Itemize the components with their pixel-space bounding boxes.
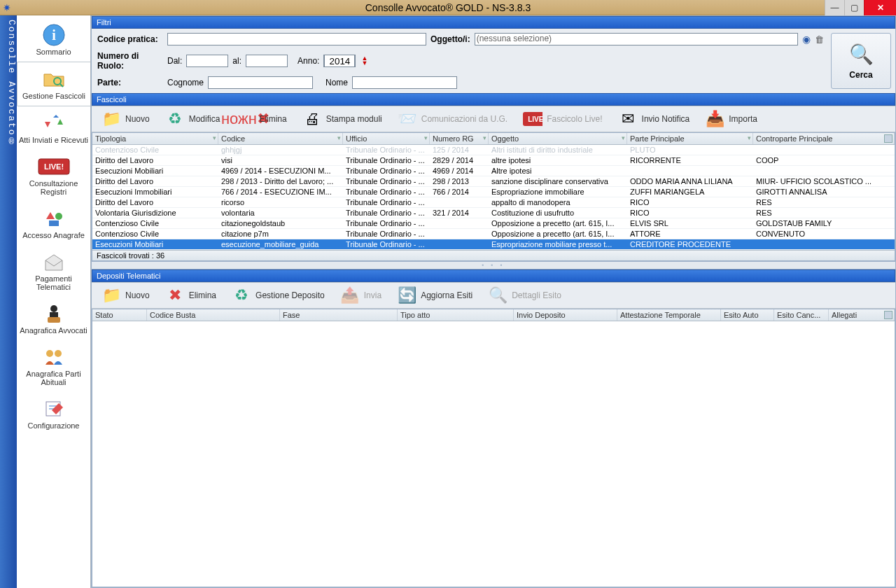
- nav-pagamenti-telematici[interactable]: Pagamenti Telematici: [17, 245, 90, 297]
- dettagli-esito-button: 🔍Dettagli Esito: [481, 284, 568, 307]
- nuovo-deposito-button[interactable]: 📁Nuovo: [94, 284, 157, 307]
- window-minimize-button[interactable]: —: [825, 0, 844, 15]
- gestione-deposito-button[interactable]: ♻Gestione Deposito: [225, 284, 332, 307]
- codice-pratica-label: Codice pratica:: [97, 34, 167, 44]
- oggetto-clear-icon[interactable]: 🗑: [815, 34, 824, 45]
- filter-icon[interactable]: ▾: [622, 134, 625, 141]
- envelope-open-icon: [18, 249, 89, 274]
- anno-stepper-icon[interactable]: ▲▼: [361, 56, 368, 66]
- nav-atti-inviati[interactable]: Atti Inviati e Ricevuti: [17, 106, 90, 150]
- oggetto-field[interactable]: (nessuna selezione): [475, 33, 798, 46]
- stampa-moduli-button[interactable]: 🖨Stampa moduli: [295, 108, 389, 130]
- filter-icon[interactable]: ▾: [337, 134, 341, 141]
- svg-rect-10: [48, 317, 60, 323]
- filter-icon[interactable]: ▾: [748, 134, 751, 141]
- folder-new-icon: 📁: [102, 286, 121, 305]
- col-oggetto[interactable]: Oggetto▾: [489, 133, 627, 144]
- filter-icon[interactable]: ▾: [424, 134, 428, 141]
- filter-icon[interactable]: ▾: [483, 134, 486, 141]
- invia-deposito-button: 📤Invia: [333, 284, 388, 307]
- ruolo-dal-input[interactable]: [186, 55, 228, 67]
- cerca-button[interactable]: 🔍 Cerca: [831, 33, 891, 89]
- elimina-fascicolo-button[interactable]: ножн✖Elimina: [228, 108, 293, 130]
- aggiorna-esiti-button[interactable]: 🔄Aggiorna Esiti: [390, 284, 479, 307]
- anno-input[interactable]: [324, 55, 355, 67]
- window-title: Consolle Avvocato® GOLD - NS-3.8.3: [0, 2, 896, 13]
- svg-point-6: [55, 213, 62, 220]
- table-row[interactable]: Diritto del Lavoro298 / 2013 - Diritto d…: [92, 176, 895, 187]
- fascicoli-thead: Tipologia▾ Codice▾ Ufficio▾ Numero RG▾ O…: [92, 133, 895, 145]
- people-icon: [18, 344, 89, 370]
- table-row[interactable]: Diritto del LavororicorsoTribunale Ordin…: [92, 197, 895, 208]
- codice-pratica-input[interactable]: [167, 33, 426, 46]
- table-row[interactable]: Esecuzioni Mobiliariesecuzione_mobiliare…: [92, 239, 895, 250]
- col-ufficio[interactable]: Ufficio▾: [343, 133, 430, 144]
- depositi-table: Stato Codice Busta Fase Tipo atto Invio …: [92, 309, 895, 587]
- import-icon: 📥: [705, 109, 724, 129]
- nav-accesso-anagrafe[interactable]: Accesso Anagrafe: [17, 202, 90, 245]
- window-maximize-button[interactable]: ▢: [844, 0, 864, 15]
- elimina-deposito-button[interactable]: ✖Elimina: [158, 284, 223, 307]
- numero-ruolo-label: Numero di Ruolo:: [97, 51, 167, 71]
- refresh-green-icon: ♻: [165, 109, 185, 129]
- detail-icon: 🔍: [488, 286, 507, 305]
- oggetto-browse-icon[interactable]: ◉: [802, 34, 811, 45]
- col-fase[interactable]: Fase: [280, 309, 398, 321]
- filter-icon[interactable]: ▾: [889, 134, 892, 141]
- col-attestazione[interactable]: Attestazione Temporale: [617, 309, 721, 321]
- refresh-green-icon: ♻: [232, 286, 251, 305]
- lawyer-icon: [18, 301, 89, 326]
- cognome-input[interactable]: [208, 76, 313, 89]
- refresh-shapes-icon: 🔄: [397, 286, 416, 305]
- ruolo-al-input[interactable]: [246, 55, 288, 67]
- fascicolo-live-button: LIVE!Fascicolo Live!: [516, 108, 609, 130]
- info-icon: i: [18, 22, 89, 48]
- invio-notifica-button[interactable]: ✉Invio Notifica: [611, 108, 697, 130]
- delete-icon: ножн✖: [235, 109, 255, 129]
- table-row[interactable]: Contenzioso CivilecitazionegoldstaubTrib…: [92, 218, 895, 229]
- col-allegati[interactable]: Allegati: [829, 309, 895, 321]
- nome-input[interactable]: [352, 76, 457, 89]
- svg-point-12: [55, 350, 62, 357]
- printer-icon: 🖨: [302, 109, 322, 129]
- nav-consultazione-registri[interactable]: LIVE! Consultazione Registri: [17, 150, 90, 202]
- fascicoli-tbody[interactable]: Contenzioso CivileghhjgjTribunale Ordina…: [92, 145, 895, 250]
- nuovo-fascicolo-button[interactable]: 📁Nuovo: [94, 108, 157, 130]
- oggetto-label: Oggetto/i:: [430, 34, 470, 44]
- table-row[interactable]: Contenzioso Civilecitazione p7mTribunale…: [92, 229, 895, 239]
- envelope-star-icon: ✉: [618, 109, 638, 129]
- col-esito-canc[interactable]: Esito Canc...: [774, 309, 829, 321]
- modifica-fascicolo-button[interactable]: ♻Modifica: [158, 108, 227, 130]
- table-row[interactable]: Volontaria GiurisdizionevolontariaTribun…: [92, 208, 895, 218]
- table-row[interactable]: Diritto del LavorovisiTribunale Ordinari…: [92, 155, 895, 166]
- nav-configurazione[interactable]: Configurazione: [17, 392, 90, 435]
- col-controparte[interactable]: Controparte Principale▾: [753, 133, 895, 144]
- send-icon: 📤: [340, 286, 360, 305]
- nav-anagrafica-avvocati[interactable]: Anagrafica Avvocati: [17, 297, 90, 340]
- col-stato[interactable]: Stato: [92, 309, 147, 321]
- table-row[interactable]: Esecuzioni Mobiliari4969 / 2014 - ESECUZ…: [92, 166, 895, 176]
- mail-in-icon: 📨: [398, 109, 417, 129]
- table-row[interactable]: Esecuzioni Immobiliari766 / 2014 - ESECU…: [92, 187, 895, 197]
- col-tipo-atto[interactable]: Tipo atto: [398, 309, 514, 321]
- col-invio-deposito[interactable]: Invio Deposito: [514, 309, 617, 321]
- folder-new-icon: 📁: [102, 109, 121, 129]
- col-numero-rg[interactable]: Numero RG▾: [430, 133, 489, 144]
- svg-text:LIVE!: LIVE!: [43, 162, 63, 171]
- filter-icon[interactable]: ▾: [213, 134, 216, 141]
- nav-sommario[interactable]: i Sommario: [17, 18, 90, 62]
- nav-anagrafica-parti[interactable]: Anagrafica Parti Abituali: [17, 340, 90, 392]
- col-parte-principale[interactable]: Parte Principale▾: [627, 133, 753, 144]
- fascicoli-status: Fascicoli trovati : 36: [92, 250, 895, 260]
- window-close-button[interactable]: ✕: [864, 0, 896, 15]
- col-esito-auto[interactable]: Esito Auto: [721, 309, 774, 321]
- col-codice[interactable]: Codice▾: [218, 133, 343, 144]
- parte-label: Parte:: [97, 78, 167, 88]
- splitter[interactable]: ▪ ▪ ▪: [92, 261, 895, 270]
- nav-gestione-fascicoli[interactable]: Gestione Fascicoli: [17, 62, 90, 106]
- col-tipologia[interactable]: Tipologia▾: [92, 133, 218, 144]
- importa-button[interactable]: 📥Importa: [698, 108, 764, 130]
- table-row[interactable]: Contenzioso CivileghhjgjTribunale Ordina…: [92, 145, 895, 155]
- col-codice-busta[interactable]: Codice Busta: [147, 309, 280, 321]
- window-titlebar: ✷ Consolle Avvocato® GOLD - NS-3.8.3 — ▢…: [0, 0, 896, 15]
